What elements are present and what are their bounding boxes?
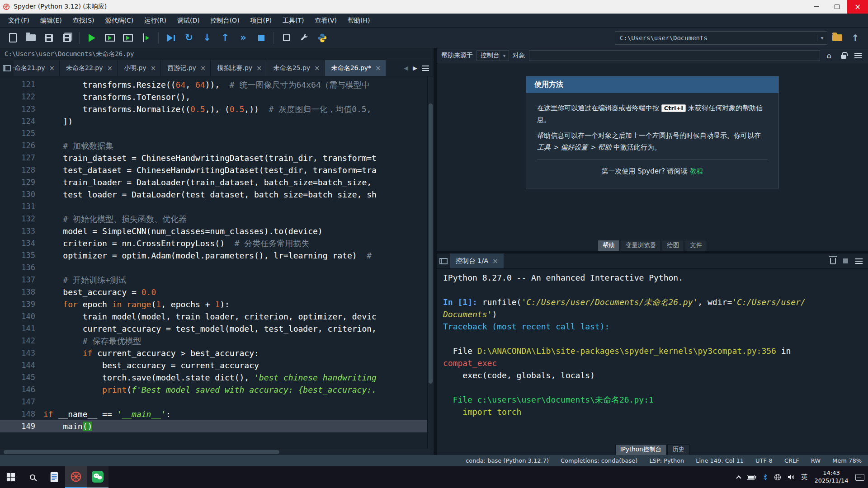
code-line[interactable]: 139 for epoch in range(1, epochs + 1): [0,298,427,310]
python-env-button[interactable] [314,30,330,46]
start-button[interactable] [0,466,22,488]
console-options-icon[interactable] [855,258,863,264]
taskbar-wechat-button[interactable] [87,466,108,488]
menu-item[interactable]: 调试(D) [172,14,205,27]
code-line[interactable]: 129 train_loader = DataLoader(train_data… [0,176,427,188]
help-lock-button[interactable] [838,52,849,59]
menu-item[interactable]: 项目(P) [245,14,277,27]
editor-vertical-scrollbar[interactable] [427,76,434,449]
tab-close-icon[interactable]: × [151,64,156,72]
tab-close-icon[interactable]: × [314,64,320,72]
taskbar-spyder-button[interactable] [65,466,87,488]
run-file-button[interactable] [84,30,100,46]
editor-tab[interactable]: 未命名22.py× [60,60,118,76]
working-directory-combo[interactable]: C:\Users\user\Documents ▾ [615,31,827,45]
scroll-tabs-right-button[interactable]: ▶ [413,65,417,71]
help-source-combo[interactable]: 控制台 ▾ [476,50,509,61]
code-line[interactable]: 124 ]) [0,115,427,127]
step-into-button[interactable]: ↓ [199,30,215,46]
maximize-pane-button[interactable] [278,30,294,46]
menu-item[interactable]: 查找(S) [67,14,100,27]
console-bottom-tab-1[interactable]: 历史 [667,444,689,455]
code-line[interactable]: 149 main() [0,420,427,432]
console-pane-button[interactable] [437,253,450,268]
menu-item[interactable]: 文件(F) [3,14,35,27]
code-line[interactable]: 145 torch.save(model.state_dict(), 'best… [0,371,427,384]
working-directory-dropdown-icon[interactable]: ▾ [817,35,827,41]
help-tab-帮助[interactable]: 帮助 [598,240,620,251]
remove-console-icon[interactable] [830,258,836,264]
editor-tab[interactable]: 未命名26.py*× [325,60,386,76]
menu-item[interactable]: 工具(T) [277,14,309,27]
code-line[interactable]: 132 # 初始化模型、损失函数、优化器 [0,213,427,225]
help-home-button[interactable]: ⌂ [824,51,835,60]
menu-item[interactable]: 帮助(H) [342,14,375,27]
menu-item[interactable]: 控制台(O) [205,14,245,27]
code-line[interactable]: 133 model = SimpleCNN(num_classes=num_cl… [0,225,427,237]
parent-directory-button[interactable]: ↑ [847,30,863,46]
object-input[interactable] [529,50,820,61]
code-line[interactable]: 147 [0,396,427,408]
code-line[interactable]: 135 optimizer = optim.Adam(model.paramet… [0,249,427,262]
vertical-scroll-thumb[interactable] [429,103,433,384]
step-return-button[interactable]: ↑ [217,30,233,46]
run-cell-button[interactable] [102,30,118,46]
tab-close-icon[interactable]: × [49,64,55,72]
taskbar-clock[interactable]: 14:43 2025/11/14 [814,469,849,485]
taskbar-search-button[interactable] [22,466,43,488]
editor-tab[interactable]: 未命名25.py× [267,60,325,76]
taskbar-word-button[interactable] [43,466,65,488]
input-language-indicator[interactable]: 英 [801,473,807,481]
tab-close-icon[interactable]: × [107,64,113,72]
tab-close-icon[interactable]: × [375,64,381,72]
code-line[interactable]: 140 train_model(model, train_loader, cri… [0,310,427,323]
code-line[interactable]: 143 if current_accuracy > best_accuracy: [0,347,427,359]
code-line[interactable]: 137 # 开始训练+测试 [0,274,427,286]
speaker-icon[interactable] [788,474,795,480]
rerun-button[interactable]: ↻ [181,30,197,46]
code-line[interactable]: 142 # 保存最优模型 [0,335,427,347]
help-tab-文件[interactable]: 文件 [685,240,707,251]
horizontal-scroll-thumb[interactable] [4,450,279,454]
console-tab-close-icon[interactable]: × [492,257,498,265]
save-all-button[interactable] [59,30,75,46]
editor-tab[interactable]: 西游记.py× [161,60,211,76]
browse-directory-button[interactable] [829,30,845,46]
console-output[interactable]: IPython 8.27.0 -- An enhanced Interactiv… [437,269,868,444]
code-line[interactable]: 125 [0,127,427,140]
code-line[interactable]: 123 transforms.Normalize((0.5,), (0.5,))… [0,103,427,115]
continue-button[interactable]: » [235,30,251,46]
minimize-button[interactable] [806,0,826,14]
tray-expand-icon[interactable] [736,475,741,480]
open-file-button[interactable] [23,30,39,46]
menu-item[interactable]: 编辑(E) [35,14,67,27]
code-editor[interactable]: 121 transforms.Resize((64, 64)), # 统一图像尺… [0,76,434,449]
code-line[interactable]: 128 test_dataset = ChineseHandwritingDat… [0,164,427,176]
code-line[interactable]: 126 # 加载数据集 [0,140,427,152]
file-switcher-button[interactable] [0,60,14,76]
code-line[interactable]: 130 test_loader = DataLoader(test_datase… [0,188,427,201]
help-tab-绘图[interactable]: 绘图 [662,240,684,251]
interrupt-kernel-icon[interactable] [843,258,848,263]
code-line[interactable]: 138 best_accuracy = 0.0 [0,286,427,298]
editor-tab[interactable]: 模拟比赛.py× [211,60,267,76]
tab-menu-button[interactable] [422,66,429,71]
menu-item[interactable]: 运行(R) [139,14,172,27]
menu-item[interactable]: 查看(V) [309,14,342,27]
run-selection-button[interactable] [138,30,154,46]
code-line[interactable]: 134 criterion = nn.CrossEntropyLoss() # … [0,237,427,249]
debug-file-button[interactable] [163,30,179,46]
close-button[interactable]: × [847,0,868,14]
maximize-button[interactable] [826,0,847,14]
code-line[interactable]: 121 transforms.Resize((64, 64)), # 统一图像尺… [0,79,427,91]
run-cell-advance-button[interactable] [120,30,136,46]
scroll-tabs-left-button[interactable]: ◀ [404,65,408,71]
code-line[interactable]: 127 train_dataset = ChineseHandwritingDa… [0,152,427,164]
code-line[interactable]: 141 current_accuracy = test_model(model,… [0,323,427,335]
help-options-button[interactable] [853,53,863,58]
code-line[interactable]: 146 print(f'Best model saved with accura… [0,384,427,396]
code-line[interactable]: 144 best_accuracy = current_accuracy [0,359,427,371]
code-line[interactable]: 122 transforms.ToTensor(), [0,91,427,103]
action-center-icon[interactable] [855,474,864,481]
network-icon[interactable] [774,474,781,481]
